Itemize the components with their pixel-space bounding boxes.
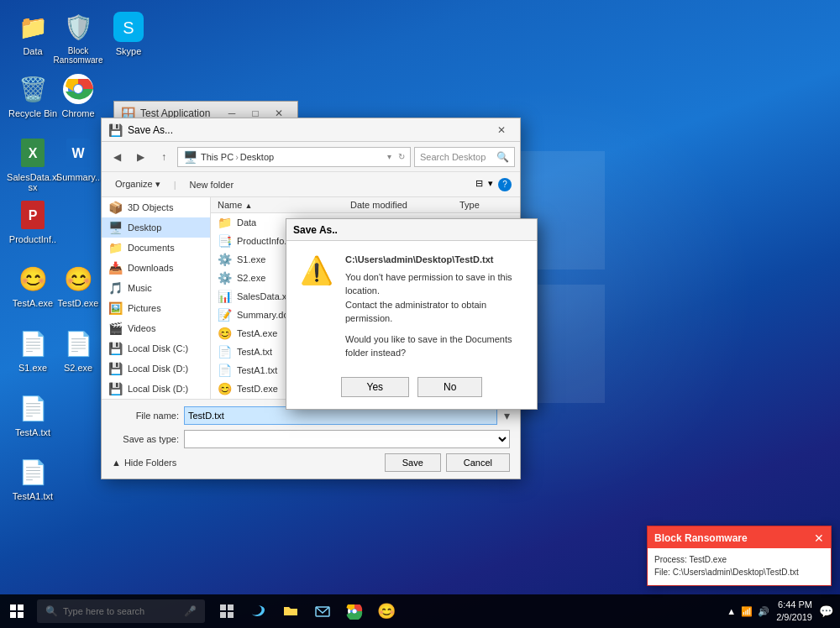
perm-text: C:\Users\admin\Desktop\TestD.txt You don… — [345, 253, 523, 360]
sidebar-local-c[interactable]: 💾 Local Disk (C:) — [102, 338, 210, 358]
yes-btn[interactable]: Yes — [341, 377, 410, 397]
local-c-icon: 💾 — [108, 342, 123, 355]
desktop-icon-testa-txt[interactable]: 📄 TestA.txt — [3, 388, 62, 441]
sidebar-pictures[interactable]: 🖼️ Pictures — [102, 298, 210, 318]
cancel-btn[interactable]: Cancel — [446, 453, 510, 472]
start-icon — [10, 604, 24, 618]
notification-btn[interactable]: 💬 — [819, 604, 833, 618]
sidebar-downloads[interactable]: 📥 Downloads — [102, 258, 210, 278]
svg-text:S: S — [123, 18, 134, 37]
network-icon: 📶 — [741, 606, 753, 617]
desktop-icon-testa1-txt[interactable]: 📄 TestA1.txt — [3, 452, 62, 505]
up-btn[interactable]: ↑ — [154, 147, 174, 167]
path-this-pc: This PC — [201, 152, 234, 162]
summary-file-icon: 📝 — [218, 308, 232, 322]
testa1-txt-label: TestA1.txt — [13, 491, 53, 501]
path-chevron: › — [235, 152, 239, 162]
edge-taskbar-btn[interactable] — [244, 594, 274, 628]
testa1-txt-file-icon: 📄 — [218, 364, 232, 377]
notif-body: Process: TestD.exe File: C:\Users\admin\… — [648, 548, 831, 585]
path-dropdown-arrow[interactable]: ▾ — [387, 152, 391, 161]
s1-exe-icon: 📄 — [16, 327, 50, 360]
view-toggle[interactable]: ▾ — [488, 178, 493, 191]
data-label: Data — [23, 46, 42, 56]
refresh-icon[interactable]: ↻ — [398, 152, 405, 161]
sidebar-local-d2[interactable]: 💾 Local Disk (D:) — [102, 379, 210, 399]
hide-folders-btn[interactable]: ▲ Hide Folders — [112, 458, 176, 468]
col-header-date[interactable]: Date modified — [344, 197, 453, 212]
task-view-btn[interactable] — [212, 594, 242, 628]
s2-file-icon: ⚙️ — [218, 271, 232, 285]
salesdata-file-icon: 📊 — [218, 290, 232, 303]
svg-text:X: X — [29, 146, 38, 160]
forward-btn[interactable]: ▶ — [130, 147, 150, 167]
testa-exe-file-icon: 😊 — [218, 327, 232, 340]
no-btn[interactable]: No — [417, 377, 482, 397]
file-name-dropdown-arrow[interactable]: ▾ — [504, 409, 510, 422]
chrome-taskbar-btn[interactable] — [339, 594, 370, 628]
save-as-close-btn[interactable]: ✕ — [490, 118, 513, 142]
save-type-select[interactable] — [184, 430, 510, 448]
chrome-label: Chrome — [61, 108, 94, 118]
address-bar[interactable]: 🖥️ This PC › Desktop ▾ ↻ — [177, 147, 411, 167]
clock-date: 2/9/2019 — [776, 611, 812, 624]
search-box[interactable]: Search Desktop 🔍 — [414, 147, 515, 167]
clock-time: 6:44 PM — [776, 599, 812, 611]
svg-rect-19 — [228, 612, 234, 618]
sidebar-desktop[interactable]: 🖥️ Desktop — [102, 217, 210, 238]
taskbar-right: ▲ 📶 🔊 6:44 PM 2/9/2019 💬 — [727, 599, 840, 625]
save-as-sidebar: 📦 3D Objects 🖥️ Desktop 📁 Documents 📥 Do… — [102, 197, 211, 399]
taskbar-search-input[interactable] — [63, 606, 181, 616]
system-tray: ▲ 📶 🔊 — [727, 606, 769, 617]
desktop-icon-testd-exe[interactable]: 😊 TestD.exe — [49, 259, 108, 311]
col-header-name[interactable]: Name ▲ — [211, 197, 344, 212]
save-btn[interactable]: Save — [385, 453, 441, 472]
testa-exe-label: TestA.exe — [13, 298, 53, 308]
start-btn[interactable] — [0, 594, 34, 628]
notif-close-btn[interactable]: ✕ — [814, 531, 824, 545]
help-icon[interactable]: ? — [498, 178, 512, 191]
videos-icon: 🎬 — [108, 322, 123, 335]
col-header-type[interactable]: Type — [453, 197, 520, 212]
productinfo-file-icon: 📑 — [218, 234, 232, 248]
view-controls: ⊟ ▾ ? — [475, 178, 512, 191]
sidebar-music[interactable]: 🎵 Music — [102, 278, 210, 298]
sidebar-videos[interactable]: 🎬 Videos — [102, 318, 210, 338]
testd-exe-icon: 😊 — [61, 262, 95, 296]
desktop-icon-summary[interactable]: W Summary.. — [49, 133, 108, 186]
smiley-taskbar-btn[interactable]: 😊 — [371, 594, 402, 628]
perm-question: Would you like to save in the Documents … — [345, 332, 523, 360]
back-btn[interactable]: ◀ — [107, 147, 127, 167]
perm-message-1: You don't have permission to save in thi… — [345, 270, 523, 298]
tray-expand-btn[interactable]: ▲ — [727, 606, 736, 616]
desktop-icon-productinfo[interactable]: P ProductInf.. — [3, 195, 62, 248]
svg-text:W: W — [71, 146, 85, 160]
desktop: 📁 Data 🛡️ BlockRansomware S Skype 🗑️ Rec… — [0, 0, 840, 628]
taskbar-clock[interactable]: 6:44 PM 2/9/2019 — [776, 599, 812, 625]
sidebar-3d-objects[interactable]: 📦 3D Objects — [102, 197, 210, 217]
organize-btn[interactable]: Organize ▾ — [110, 177, 165, 191]
videos-label: Videos — [128, 323, 155, 333]
perm-message-2: Contact the administrator to obtain perm… — [345, 298, 523, 326]
address-path: This PC › Desktop — [201, 152, 274, 162]
sidebar-local-d1[interactable]: 💾 Local Disk (D:) — [102, 358, 210, 379]
s1-exe-label: S1.exe — [18, 363, 47, 373]
music-icon: 🎵 — [108, 281, 123, 295]
desktop-icon-s2-exe[interactable]: 📄 S2.exe — [49, 323, 108, 376]
perm-buttons: Yes No — [286, 369, 537, 409]
skype-icon: S — [112, 10, 145, 44]
taskbar-search[interactable]: 🔍 🎤 — [37, 599, 205, 623]
testd-exe-label: TestD.exe — [58, 298, 99, 308]
pictures-icon: 🖼️ — [108, 301, 123, 315]
mail-taskbar-btn[interactable] — [307, 594, 338, 628]
desktop-icon-skype[interactable]: S Skype — [99, 7, 158, 60]
new-folder-btn[interactable]: New folder — [185, 178, 239, 191]
block-ransomware-icon: 🛡️ — [61, 10, 95, 44]
3d-objects-label: 3D Objects — [128, 202, 173, 212]
view-icon[interactable]: ⊟ — [475, 178, 483, 191]
hide-folders-label: Hide Folders — [124, 458, 176, 468]
explorer-taskbar-btn[interactable] — [276, 594, 306, 628]
sidebar-documents[interactable]: 📁 Documents — [102, 238, 210, 258]
s2-exe-icon: 📄 — [61, 327, 95, 360]
desktop-icon-chrome[interactable]: Chrome — [49, 69, 108, 122]
